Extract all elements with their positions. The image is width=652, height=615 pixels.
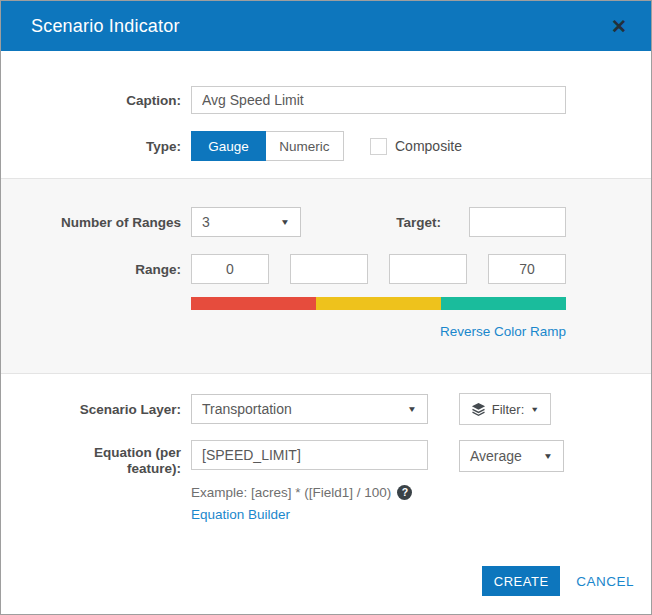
range-label: Range:: [1, 262, 181, 277]
composite-label: Composite: [395, 138, 462, 154]
ramp-segment-red: [191, 297, 316, 310]
filter-label: Filter:: [492, 402, 525, 417]
scenario-layer-value: Transportation: [202, 401, 292, 417]
equation-input[interactable]: [191, 440, 428, 470]
equation-builder-link[interactable]: Equation Builder: [191, 507, 290, 522]
caption-label: Caption:: [1, 93, 181, 108]
filter-button[interactable]: Filter: ▼: [459, 393, 551, 425]
color-ramp: [191, 297, 566, 310]
layers-icon: [471, 402, 486, 417]
number-of-ranges-row: Number of Ranges 3 ▼ Target:: [1, 207, 651, 237]
reverse-ramp-row: Reverse Color Ramp: [1, 310, 651, 340]
number-of-ranges-label: Number of Ranges: [1, 215, 181, 230]
range-input-1[interactable]: [191, 254, 269, 284]
number-of-ranges-select[interactable]: 3 ▼: [191, 207, 301, 237]
scenario-layer-label: Scenario Layer:: [1, 402, 181, 417]
caption-input[interactable]: [191, 86, 566, 114]
type-gauge-button[interactable]: Gauge: [191, 131, 266, 161]
type-label: Type:: [1, 139, 181, 154]
dialog-header: Scenario Indicator ✕: [1, 1, 651, 51]
range-input-2[interactable]: [290, 254, 368, 284]
help-icon[interactable]: ?: [397, 485, 412, 500]
target-input[interactable]: [469, 207, 566, 237]
range-input-4[interactable]: [488, 254, 566, 284]
chevron-down-icon: ▼: [280, 217, 290, 226]
chevron-down-icon: ▼: [407, 404, 417, 413]
scenario-indicator-dialog: Scenario Indicator ✕ Caption: Type: Gaug…: [0, 0, 652, 615]
caption-row: Caption:: [1, 86, 651, 114]
target-label: Target:: [396, 215, 441, 230]
ramp-segment-yellow: [316, 297, 441, 310]
scenario-layer-row: Scenario Layer: Transportation ▼ Filter:…: [1, 393, 651, 425]
close-icon[interactable]: ✕: [611, 17, 627, 36]
ramp-segment-green: [441, 297, 566, 310]
aggregation-select[interactable]: Average ▼: [459, 440, 564, 472]
chevron-down-icon: ▼: [530, 405, 539, 414]
ranges-section: Number of Ranges 3 ▼ Target: Range:: [1, 178, 651, 374]
type-numeric-button[interactable]: Numeric: [266, 131, 344, 161]
reverse-color-ramp-link[interactable]: Reverse Color Ramp: [440, 324, 566, 339]
dialog-footer: CREATE CANCEL: [1, 566, 651, 614]
chevron-down-icon: ▼: [543, 451, 553, 460]
scenario-layer-select[interactable]: Transportation ▼: [191, 394, 428, 424]
range-row: Range:: [1, 254, 651, 284]
number-of-ranges-value: 3: [202, 214, 210, 230]
composite-checkbox[interactable]: [370, 138, 387, 155]
general-section: Caption: Type: Gauge Numeric Composite: [1, 51, 651, 161]
equation-label: Equation (per feature):: [1, 440, 181, 477]
create-button[interactable]: CREATE: [482, 566, 560, 596]
type-row: Type: Gauge Numeric Composite: [1, 131, 651, 161]
cancel-button[interactable]: CANCEL: [576, 574, 634, 589]
equation-row: Equation (per feature): Average ▼: [1, 440, 651, 477]
layer-equation-section: Scenario Layer: Transportation ▼ Filter:…: [1, 374, 651, 523]
equation-example-row: Example: [acres] * ([Field1] / 100) ?: [191, 483, 651, 501]
ramp-row: [1, 284, 651, 310]
equation-example-text: Example: [acres] * ([Field1] / 100): [191, 485, 391, 500]
target-group: Target:: [396, 207, 566, 237]
aggregation-value: Average: [470, 448, 522, 464]
range-input-3[interactable]: [389, 254, 467, 284]
dialog-title: Scenario Indicator: [31, 16, 611, 37]
